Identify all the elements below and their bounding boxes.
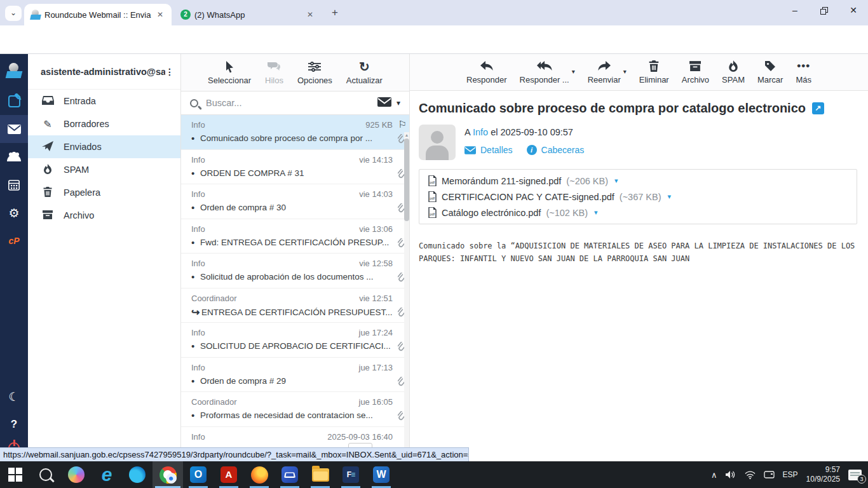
message-subject: Comunicado sobre proceso de compra por c… [419,101,806,116]
touch-keyboard-icon[interactable] [764,470,775,479]
scanner-app-button[interactable] [275,461,305,488]
tab-search-chevron-icon: ⌄ [10,8,17,17]
dark-mode-button[interactable]: ☾ [0,383,28,410]
info-icon: i [527,145,537,155]
copilot-button[interactable] [61,461,92,488]
trash-icon [41,187,55,199]
reply-button[interactable]: Responder [466,59,507,85]
roundcube-logo[interactable] [0,54,28,87]
file-explorer-button[interactable] [305,461,336,488]
tab-whatsapp[interactable]: 2 (2) WhatsApp ✕ [174,4,322,25]
select-button[interactable]: Seleccionar [208,60,251,85]
message-row[interactable]: Coordinadorjue 16:05 •Proformas de neces… [181,392,409,427]
more-button[interactable]: ••• Más [796,59,811,85]
file-explorer-icon [312,468,329,482]
sliders-icon [308,60,321,74]
account-menu-icon[interactable]: ⋮ [165,67,174,77]
cpanel-button[interactable]: cP [0,227,28,255]
volume-icon[interactable] [726,470,736,479]
start-button[interactable] [0,461,31,488]
message-row[interactable]: Infojue 17:24 •SOLICITUD DE APROBACIO DE… [181,323,409,358]
acrobat-button[interactable]: A [214,461,244,488]
attachment-item[interactable]: pdf Catálogo electrónico.pdf (~102 KB) ▾ [428,207,598,218]
message-size: 925 KB [365,120,393,130]
flag-icon[interactable]: ⚐ [398,119,407,130]
help-button[interactable]: ? [0,410,28,438]
headers-button[interactable]: i Cabeceras [527,145,585,155]
flame-icon [728,59,738,73]
message-row[interactable]: Infovie 14:03 •Orden de compra # 30 [181,184,409,219]
outlook-button[interactable]: O [183,461,214,488]
calendar-nav-button[interactable] [0,171,28,199]
reply-all-chevron-icon[interactable]: ▾ [572,68,575,75]
delete-button[interactable]: Eliminar [639,59,669,85]
forward-chevron-icon[interactable]: ▾ [623,68,627,75]
word-button[interactable]: W [366,461,397,488]
new-tab-button[interactable]: + [328,6,342,20]
tab-close-icon[interactable]: ✕ [155,10,165,19]
refresh-button[interactable]: ↻ Actualizar [346,60,383,85]
notifications-button[interactable]: 3 [848,470,862,480]
folder-item-borradores[interactable]: ✎ Borradores [28,112,180,135]
pdf-file-icon: pdf [428,207,437,218]
archive-button[interactable]: Archivo [682,59,709,85]
options-button[interactable]: Opciones [297,60,332,85]
tab-close-icon[interactable]: ✕ [305,10,315,19]
compose-button[interactable] [0,87,28,115]
attachment-menu-icon[interactable]: ▾ [614,177,618,185]
folder-item-spam[interactable]: SPAM [28,158,180,181]
tab-search-button[interactable]: ⌄ [5,6,22,21]
scrollbar-thumb[interactable] [404,139,409,221]
acrobat-icon: A [220,466,237,483]
search-input[interactable] [206,98,375,108]
settings-nav-button[interactable]: ⚙ [0,199,28,227]
minimize-button[interactable]: – [780,0,810,22]
compose-icon [8,95,20,107]
chrome-button[interactable]: ☻ [153,461,183,488]
language-indicator[interactable]: ESP [783,470,798,479]
message-row[interactable]: Infovie 14:13 •ORDEN DE COMPRA # 31 [181,150,409,185]
forward-button[interactable]: Reenviar [588,59,621,85]
fs-app-icon: F≡ [342,466,359,483]
search-scope-envelope-icon[interactable] [377,97,391,109]
details-button[interactable]: Detalles [465,145,513,155]
internet-explorer-button[interactable]: e [92,461,122,488]
folder-item-archivo[interactable]: Archivo [28,204,180,227]
attachment-menu-icon[interactable]: ▾ [668,193,672,201]
restore-button[interactable] [810,0,839,22]
contacts-nav-button[interactable] [0,143,28,171]
spam-button[interactable]: SPAM [722,59,745,85]
attachment-menu-icon[interactable]: ▾ [594,208,598,217]
recipient-link[interactable]: Info [473,127,488,137]
account-header[interactable]: asistente-administrativo@sa... ⋮ [28,54,180,90]
edge-button[interactable] [122,461,153,488]
close-button[interactable]: ✕ [839,0,868,22]
message-row[interactable]: Infovie 12:58 •Solicitud de aprobación d… [181,254,409,288]
folder-item-papelera[interactable]: Papelera [28,181,180,204]
attachment-item[interactable]: pdf CERTIFICACION PAC Y CATE-signed.pdf … [428,191,671,202]
folder-item-entrada[interactable]: Entrada [28,90,180,112]
list-scrollbar[interactable]: ▲ ▼ [404,132,409,461]
reply-all-button[interactable]: Responder ... [520,59,569,85]
message-row[interactable]: Infovie 13:06 •Fwd: ENTREGA DE CERTIFICA… [181,219,409,254]
message-list-panel: Seleccionar Hilos Opciones ↻ Actualizar … [181,54,410,461]
attachment-item[interactable]: pdf Memorándum 211-signed.pdf (~206 KB) … [428,175,618,186]
fs-app-button[interactable]: F≡ [336,461,366,488]
folder-item-enviados[interactable]: Enviados [28,135,180,158]
taskbar-search-button[interactable] [31,461,61,488]
search-options-chevron-icon[interactable]: ▾ [397,98,400,107]
message-row[interactable]: Coordinadorvie 12:51 ↪ENTREGA DE CERTIFI… [181,288,409,323]
message-row[interactable]: Info925 KB •Comunicado sobre proceso de … [181,115,409,150]
firefox-button[interactable] [244,461,275,488]
tray-date: 10/9/2025 [806,475,840,484]
threads-button[interactable]: Hilos [265,60,283,85]
tray-chevron-up-icon[interactable]: ∧ [711,470,717,480]
tab-roundcube[interactable]: Roundcube Webmail :: Enviados ✕ [24,4,172,25]
mail-nav-button[interactable] [0,115,28,143]
wifi-icon[interactable] [745,471,756,479]
external-link-icon[interactable]: ↗ [812,102,824,114]
firefox-icon [251,466,268,484]
mark-button[interactable]: Marcar [757,59,783,85]
message-row[interactable]: Infojue 17:13 •Orden de compra # 29 [181,358,409,393]
clock[interactable]: 9:57 10/9/2025 [806,465,840,484]
